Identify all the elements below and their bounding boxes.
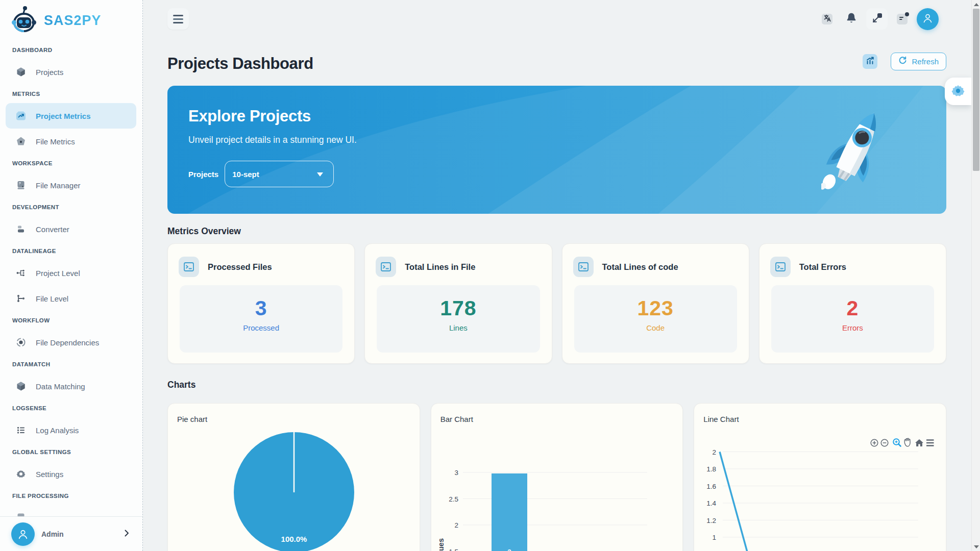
projects-select[interactable]: 10-sept: [225, 161, 334, 187]
hero-banner: Explore Projects Unveil project details …: [167, 86, 946, 214]
pie-chart[interactable]: 100.0%: [168, 404, 420, 551]
bar-ytick: 1.5: [449, 548, 458, 551]
line-ytick: 2: [713, 448, 717, 456]
notifications-button[interactable]: [846, 12, 857, 26]
sidebar-item-file-level[interactable]: File Level: [6, 286, 136, 311]
nav-section-file-processing: FILE PROCESSING: [0, 487, 142, 505]
robot-logo-icon: [11, 6, 37, 35]
pentagon-dot-icon: [15, 136, 27, 147]
translate-button[interactable]: [822, 14, 832, 24]
metric-panel: 123 Code: [574, 285, 737, 353]
collapse-icon: [871, 13, 883, 26]
refresh-icon: [898, 56, 907, 66]
chevron-down-icon: [317, 172, 323, 177]
bar-ylabel: Values: [437, 538, 445, 551]
bar-value-label: 3: [507, 548, 511, 551]
line-series-path[interactable]: [720, 452, 767, 551]
sidebar-item-settings[interactable]: Settings: [6, 461, 136, 487]
zoom-select-icon[interactable]: [894, 439, 901, 446]
brand-logo[interactable]: SAS2PY: [0, 0, 142, 41]
sidebar-item-project-metrics[interactable]: Project Metrics: [6, 103, 136, 129]
notes-button[interactable]: [897, 14, 908, 24]
sidebar-item-project-level[interactable]: Project Level: [6, 260, 136, 286]
terminal-icon: [770, 257, 791, 277]
metric-sublabel: Code: [574, 323, 737, 332]
sidebar-item-label: Log Analysis: [36, 426, 79, 435]
projects-select-label: Projects: [188, 170, 218, 179]
nav-section-workflow: WORKFLOW: [0, 311, 142, 330]
admin-avatar: [11, 522, 35, 546]
pie-slice-label: 100.0%: [281, 535, 307, 543]
drive-icon: [15, 180, 27, 191]
menu-icon[interactable]: [926, 440, 934, 446]
cube-icon: [15, 381, 27, 392]
pan-icon[interactable]: [904, 438, 910, 446]
home-icon[interactable]: [915, 439, 923, 446]
metric-sublabel: Lines: [377, 323, 540, 332]
line-ytick: 1.2: [707, 517, 717, 524]
metric-title: Total Lines in File: [405, 262, 475, 272]
main-content: Projects Dashboard Refresh: [143, 0, 980, 551]
sidebar-item-label: Projects: [36, 68, 63, 77]
metrics-heading: Metrics Overview: [167, 226, 241, 237]
hero-subtitle: Unveil project details in a stunning new…: [188, 135, 357, 145]
sidebar-item-data-matching[interactable]: Data Matching: [6, 373, 136, 399]
sidebar-item-file-dependencies[interactable]: File Dependencies: [6, 330, 136, 355]
bar-chart[interactable]: 3 2.5 2 1.5 3 Values: [431, 404, 683, 551]
line-chart[interactable]: 2 1.8 1.6 1.4 1.2 1: [694, 404, 946, 551]
chart-view-button[interactable]: [863, 54, 877, 69]
translate-icon: [823, 14, 831, 23]
bar-ytick: 2.5: [449, 495, 458, 503]
sidebar-item-file-metrics[interactable]: File Metrics: [6, 129, 136, 154]
sidebar-item-label: File Level: [36, 294, 68, 303]
metric-panel: 3 Processed: [180, 285, 342, 353]
page-scrollbar[interactable]: [971, 0, 980, 551]
page-title: Projects Dashboard: [167, 55, 313, 73]
terminal-icon: [376, 257, 396, 277]
bar-ytick: 3: [454, 469, 458, 477]
user-avatar-button[interactable]: [917, 8, 939, 30]
charts-cards: Pie chart 100.0% Bar Chart: [167, 403, 946, 551]
sidebar-item-label: File Dependencies: [36, 338, 99, 347]
list-icon: [15, 424, 27, 436]
branch-alt-icon: [15, 293, 27, 304]
metric-card-total-errors: Total Errors 2 Errors: [759, 243, 946, 364]
bar-series-rect[interactable]: [492, 473, 527, 551]
line-chart-card: Line Chart 2 1.8 1.6 1.4 1.2: [694, 403, 946, 551]
scrollbar-down-arrow[interactable]: [972, 542, 980, 551]
charts-heading: Charts: [167, 380, 195, 390]
admin-profile[interactable]: Admin: [0, 516, 142, 551]
sidebar-item-projects[interactable]: Projects: [6, 59, 136, 85]
nav-section-global-settings: GLOBAL SETTINGS: [0, 443, 142, 461]
scrollbar-thumb[interactable]: [973, 9, 979, 171]
zoom-out-icon[interactable]: [881, 439, 889, 446]
bar-chart-card: Bar Chart 3 2.5 2 1.5 3: [431, 403, 683, 551]
topbar: [167, 8, 939, 30]
refresh-button[interactable]: Refresh: [891, 53, 946, 70]
settings-gear-button[interactable]: [945, 78, 971, 105]
metric-sublabel: Processed: [180, 323, 342, 332]
scrollbar-up-arrow[interactable]: [972, 0, 980, 9]
sidebar-item-label: Project Level: [36, 269, 80, 278]
nav-section-datamatch: DATAMATCH: [0, 355, 142, 373]
nav-section-logsense: LOGSENSE: [0, 399, 142, 417]
metrics-trend-icon: [15, 110, 27, 121]
user-icon: [922, 12, 934, 26]
hero-title: Explore Projects: [188, 107, 311, 126]
metric-value: 2: [771, 298, 934, 319]
zoom-in-icon[interactable]: [871, 439, 878, 446]
sidebar-item-file-manager[interactable]: File Manager: [6, 172, 136, 198]
bar-ytick: 2: [454, 521, 458, 529]
line-ytick: 1.4: [707, 499, 717, 507]
collapse-button[interactable]: [866, 8, 888, 30]
trending-chart-icon: [865, 56, 875, 67]
sidebar-item-converter[interactable]: Converter: [6, 216, 136, 242]
sidebar: SAS2PY DASHBOARD Projects METRICS Projec…: [0, 0, 143, 551]
gear-icon: [15, 468, 27, 480]
sidebar-item-label: Settings: [36, 470, 63, 479]
projects-select-value: 10-sept: [232, 170, 259, 179]
sidebar-item-label: Data Matching: [36, 382, 85, 391]
brand-name: SAS2PY: [44, 13, 102, 29]
sidebar-item-log-analysis[interactable]: Log Analysis: [6, 417, 136, 443]
menu-toggle-button[interactable]: [167, 8, 189, 30]
